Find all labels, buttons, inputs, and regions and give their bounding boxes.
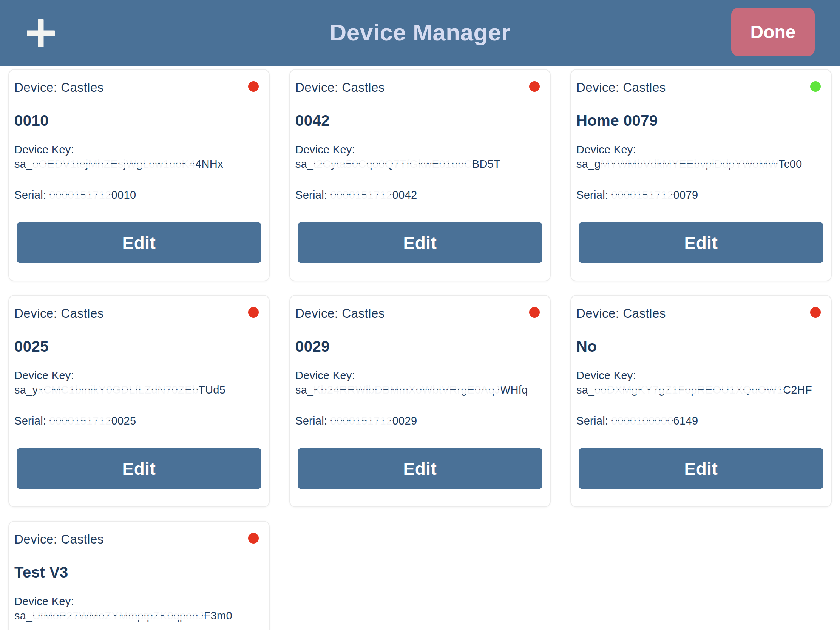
device-key-label: Device Key:	[576, 369, 826, 382]
serial-label: Serial:	[576, 189, 608, 201]
done-button[interactable]: Done	[731, 8, 815, 56]
device-type-label: Device: Castles	[576, 81, 666, 95]
device-key-label: Device Key:	[295, 143, 545, 156]
edit-button[interactable]: Edit	[579, 222, 823, 263]
plus-icon	[27, 19, 55, 47]
card-header: Device: Castles	[576, 81, 826, 95]
serial-masked: 0000151712	[330, 188, 392, 201]
status-dot	[248, 533, 259, 543]
key-prefix: sa_	[295, 158, 314, 170]
serial-line: Serial:00001517120079	[576, 188, 826, 201]
device-key-label: Device Key:	[14, 143, 264, 156]
edit-button[interactable]: Edit	[17, 448, 261, 489]
device-key-label: Device Key:	[14, 595, 264, 608]
serial-masked: 0000151712	[49, 188, 111, 201]
device-name: No	[576, 337, 826, 355]
key-prefix: sa_	[14, 158, 33, 170]
serial-suffix: 6149	[673, 415, 698, 427]
status-dot	[248, 81, 259, 92]
device-key-value: sa_gMYWMbVdkMYEEbvplDdpYWoMWTc00	[576, 158, 826, 171]
serial-masked: 0000151712	[49, 414, 111, 427]
device-type-label: Device: Castles	[14, 81, 104, 95]
key-suffix: BD5T	[472, 158, 501, 170]
add-device-button[interactable]	[27, 19, 55, 47]
serial-line: Serial:00001517120010	[14, 188, 264, 201]
key-prefix: sa_	[576, 384, 595, 396]
card-header: Device: Castles	[295, 81, 545, 95]
device-key-value: sa_UtMoP27WMoZYMmptpZK0qponJF3m0	[14, 609, 264, 622]
key-masked: MYWMbVdkMYEEbvplDdpYWoMW	[600, 158, 778, 171]
key-suffix: Tc00	[778, 158, 802, 170]
card-header: Device: Castles	[14, 81, 264, 95]
device-name: 0025	[14, 337, 264, 355]
serial-suffix: 0029	[392, 415, 417, 427]
status-dot	[529, 81, 540, 92]
device-name: Test V3	[14, 563, 264, 581]
key-suffix: C2HF	[783, 384, 812, 396]
key-prefix: sa_	[295, 384, 314, 396]
serial-line: Serial:00001000006149	[576, 414, 826, 427]
device-key-label: Device Key:	[14, 369, 264, 382]
device-key-label: Device Key:	[576, 143, 826, 156]
device-type-label: Device: Castles	[14, 306, 104, 321]
device-card: Device: Castles Home 0079 Device Key: sa…	[570, 69, 832, 281]
device-card: Device: Castles 0010 Device Key: sa_oOED…	[8, 69, 270, 281]
key-masked: ooDXMgKY7gZ1FopREOU1XQuOW1	[595, 384, 783, 396]
serial-suffix: 0025	[111, 415, 136, 427]
serial-label: Serial:	[295, 415, 327, 427]
device-name: Home 0079	[576, 111, 826, 129]
key-masked: UtMoP27WMoZYMmptpZK0qponJ	[33, 609, 204, 622]
device-name: 0029	[295, 337, 545, 355]
device-card: Device: Castles Test V3 Device Key: sa_U…	[8, 521, 270, 630]
device-key-value: sa_Kb24RRWlbDBMmXoWbtVRrgE0AqJWHfq	[295, 384, 545, 396]
device-name: 0010	[14, 111, 264, 129]
device-grid: Device: Castles 0010 Device Key: sa_oOED…	[8, 69, 832, 630]
page-title: Device Manager	[329, 19, 510, 46]
card-header: Device: Castles	[14, 532, 264, 546]
serial-label: Serial:	[576, 415, 608, 427]
status-dot	[810, 81, 821, 92]
header: Device Manager Done	[0, 0, 840, 66]
serial-masked: 0000100000	[611, 414, 673, 427]
card-header: Device: Castles	[14, 306, 264, 321]
key-masked: xCMC1bmikY0GDLfLZdN70ZEb	[38, 384, 198, 396]
device-name: 0042	[295, 111, 545, 129]
edit-button[interactable]: Edit	[298, 222, 542, 263]
device-type-label: Device: Castles	[576, 306, 666, 321]
device-type-label: Device: Castles	[295, 81, 385, 95]
key-masked: t2Cyta50Cqo0Q7TfGkwE01uoC	[314, 158, 472, 171]
key-prefix: sa_y	[14, 384, 38, 396]
serial-suffix: 0079	[673, 189, 698, 201]
serial-masked: 0000151712	[330, 414, 392, 427]
device-card: Device: Castles 0042 Device Key: sa_t2Cy…	[289, 69, 551, 281]
key-suffix: F3m0	[204, 609, 232, 622]
serial-suffix: 0042	[392, 189, 417, 201]
device-card: Device: Castles 0029 Device Key: sa_Kb24…	[289, 295, 551, 507]
device-card: Device: Castles 0025 Device Key: sa_yxCM…	[8, 295, 270, 507]
device-key-value: sa_t2Cyta50Cqo0Q7TfGkwE01uoCBD5T	[295, 158, 545, 171]
status-dot	[529, 307, 540, 317]
serial-label: Serial:	[295, 189, 327, 201]
status-dot	[248, 307, 259, 317]
serial-suffix: 0010	[111, 189, 136, 201]
key-masked: Kb24RRWlbDBMmXoWbtVRrgE0AqJ	[314, 384, 500, 396]
serial-line: Serial:00001517120025	[14, 414, 264, 427]
device-key-label: Device Key:	[295, 369, 545, 382]
edit-button[interactable]: Edit	[298, 448, 542, 489]
serial-line: Serial:00001517120029	[295, 414, 545, 427]
card-header: Device: Castles	[576, 306, 826, 321]
key-masked: oOEDV1tejMhZEsjWgLow1uoK4	[33, 158, 195, 171]
key-prefix: sa_g	[576, 158, 600, 170]
device-key-value: sa_oOEDV1tejMhZEsjWgLow1uoK44NHx	[14, 158, 264, 171]
edit-button[interactable]: Edit	[579, 448, 823, 489]
serial-masked: 0000151712	[611, 188, 673, 201]
device-key-value: sa_yxCMC1bmikY0GDLfLZdN70ZEbTUd5	[14, 384, 264, 396]
key-suffix: 4NHx	[195, 158, 223, 170]
serial-line: Serial:00001517120042	[295, 188, 545, 201]
device-type-label: Device: Castles	[14, 532, 104, 546]
key-prefix: sa_	[14, 609, 33, 622]
edit-button[interactable]: Edit	[17, 222, 261, 263]
device-card: Device: Castles No Device Key: sa_ooDXMg…	[570, 295, 832, 507]
serial-label: Serial:	[14, 189, 46, 201]
device-key-value: sa_ooDXMgKY7gZ1FopREOU1XQuOW1C2HF	[576, 384, 826, 396]
